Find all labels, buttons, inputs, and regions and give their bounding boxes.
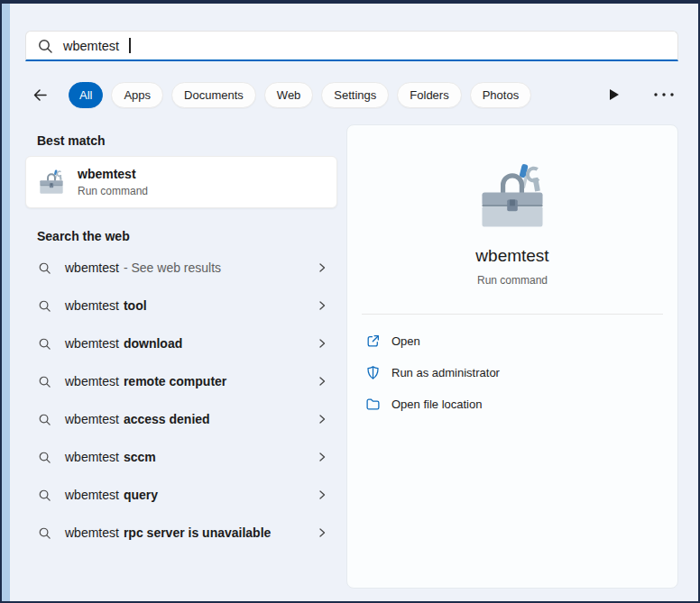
filter-pill-label: All [79, 88, 92, 102]
suggestion-completion: query [124, 488, 158, 502]
web-suggestion-row[interactable]: wbemtestaccess denied [25, 400, 337, 438]
filter-bar-right [599, 81, 678, 108]
action-label: Open [391, 334, 420, 348]
suggestion-prefix: wbemtest [65, 488, 119, 502]
chevron-right-icon [317, 300, 327, 311]
action-run-as-administrator[interactable]: Run as administrator [362, 357, 656, 388]
suggestion-suffix: - See web results [124, 260, 221, 275]
search-query-text: wbemtest [63, 39, 119, 53]
search-icon [38, 337, 51, 351]
suggestion-text: wbemtestsccm [65, 450, 156, 464]
suggestion-prefix: wbemtest [65, 412, 119, 426]
chevron-right-icon [317, 452, 327, 462]
back-button[interactable] [25, 81, 54, 108]
filter-pill-label: Documents [184, 88, 244, 102]
suggestion-text: wbemtestaccess denied [65, 412, 210, 426]
search-icon [38, 451, 51, 464]
filter-pill-label: Photos [483, 88, 519, 102]
suggestion-prefix: wbemtest [65, 525, 119, 540]
best-match-title: wbemtest [78, 167, 148, 181]
filter-pill-label: Folders [410, 88, 448, 102]
suggestion-prefix: wbemtest [65, 298, 119, 313]
suggestion-prefix: wbemtest [65, 450, 119, 464]
ellipsis-icon [653, 92, 675, 97]
filter-pill-documents[interactable]: Documents [171, 82, 256, 108]
chevron-right-icon [317, 527, 327, 538]
best-match-subtitle: Run command [78, 185, 148, 197]
folder-icon [365, 397, 381, 412]
toolbox-icon-large [474, 163, 550, 230]
action-open-file-location[interactable]: Open file location [362, 388, 656, 420]
search-icon [38, 526, 51, 540]
search-icon [38, 299, 51, 313]
suggestion-text: wbemtestquery [65, 488, 158, 502]
suggestion-completion: sccm [124, 450, 156, 464]
more-options-button[interactable] [649, 81, 678, 108]
suggestion-text: wbemtest- See web results [65, 260, 221, 275]
open-icon [365, 333, 381, 349]
filter-bar: All Apps Documents Web Settings Folders … [25, 81, 678, 119]
suggestion-completion: rpc server is unavailable [124, 525, 271, 540]
action-label: Run as administrator [391, 366, 500, 379]
filter-pill-label: Web [277, 88, 301, 102]
search-icon [38, 413, 51, 426]
best-match-heading: Best match [37, 133, 337, 148]
search-flyout: wbemtest All Apps Documents Web Settings… [10, 4, 698, 601]
best-match-item[interactable]: wbemtest Run command [25, 156, 337, 208]
search-window: wbemtest All Apps Documents Web Settings… [0, 0, 700, 603]
web-suggestion-row[interactable]: wbemtestdownload [25, 324, 337, 362]
suggestion-text: wbemtestremote computer [65, 374, 226, 388]
play-icon [608, 88, 620, 101]
back-arrow-icon [32, 87, 49, 104]
suggestion-completion: tool [124, 298, 147, 313]
text-caret [129, 38, 131, 53]
results-list: Best match [25, 124, 337, 589]
filter-pill-settings[interactable]: Settings [321, 82, 389, 108]
web-suggestion-row[interactable]: wbemtestquery [25, 476, 337, 514]
filter-pill-web[interactable]: Web [264, 82, 314, 108]
suggestion-text: wbemtesttool [65, 298, 147, 313]
filter-pill-label: Settings [334, 88, 376, 102]
suggestion-text: wbemtestdownload [65, 336, 182, 351]
preview-subtitle: Run command [477, 274, 548, 287]
chevron-right-icon [317, 262, 327, 273]
chevron-right-icon [317, 414, 327, 425]
toolbox-icon [37, 169, 66, 195]
shield-icon [365, 365, 381, 380]
suggestion-prefix: wbemtest [65, 336, 119, 351]
web-suggestion-row[interactable]: wbemtestsccm [25, 438, 337, 476]
suggestion-prefix: wbemtest [65, 374, 119, 388]
search-input[interactable]: wbemtest [25, 31, 678, 61]
chevron-right-icon [317, 338, 327, 349]
search-icon [38, 489, 51, 502]
chevron-right-icon [317, 489, 327, 500]
web-suggestion-row[interactable]: wbemtesttool [25, 287, 337, 324]
filter-pill-apps[interactable]: Apps [111, 82, 163, 108]
filter-pill-folders[interactable]: Folders [397, 82, 461, 108]
results-area: Best match [10, 119, 698, 601]
web-suggestion-row[interactable]: wbemtest- See web results [25, 249, 337, 287]
web-suggestion-row[interactable]: wbemtestremote computer [25, 362, 337, 400]
suggestion-completion: remote computer [124, 374, 226, 388]
web-suggestion-row[interactable]: wbemtestrpc server is unavailable [25, 514, 337, 552]
preview-actions: Open Run as administrator [347, 315, 677, 420]
preview-title: wbemtest [475, 246, 548, 266]
preview-panel: wbemtest Run command Open [346, 124, 678, 589]
run-button[interactable] [599, 81, 628, 108]
search-icon [37, 38, 53, 54]
search-icon [38, 261, 51, 275]
filter-pill-photos[interactable]: Photos [470, 82, 531, 108]
action-label: Open file location [391, 397, 482, 411]
search-web-heading: Search the web [37, 229, 337, 243]
best-match-text: wbemtest Run command [78, 167, 148, 197]
window-accent-strip [2, 4, 10, 601]
chevron-right-icon [317, 376, 327, 387]
suggestion-text: wbemtestrpc server is unavailable [65, 525, 271, 540]
filter-pill-label: Apps [124, 88, 151, 102]
action-open[interactable]: Open [362, 325, 656, 357]
suggestion-prefix: wbemtest [65, 260, 119, 275]
suggestion-completion: download [124, 336, 182, 351]
filter-pill-all[interactable]: All [69, 82, 103, 108]
suggestion-completion: access denied [124, 412, 210, 426]
search-icon [38, 375, 51, 388]
